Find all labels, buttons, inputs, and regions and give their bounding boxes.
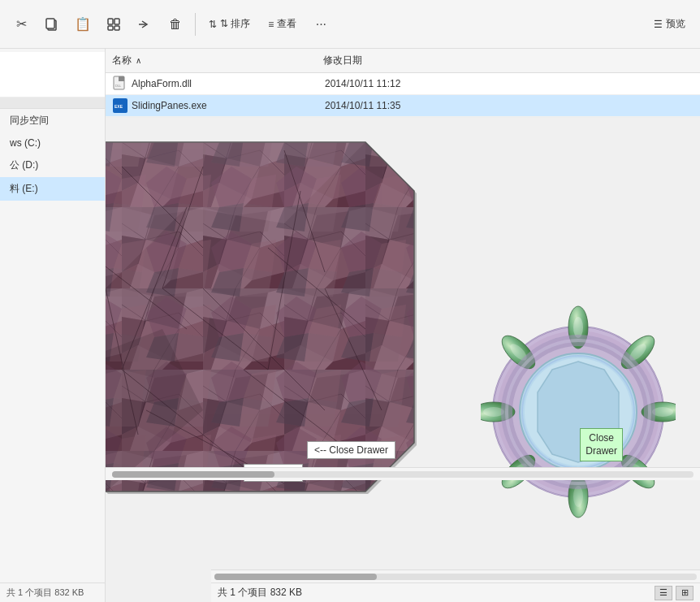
share-button[interactable] <box>132 11 158 37</box>
file-date-slidingpanes: 2014/10/11 11:35 <box>318 100 700 111</box>
sidebar-footer: 共 1 个项目 832 KB <box>0 583 105 602</box>
sidebar-item-d[interactable]: 公 (D:) <box>0 154 105 177</box>
svg-rect-8 <box>119 76 124 81</box>
svg-rect-2 <box>108 19 113 24</box>
status-count: 共 1 个项目 832 KB <box>218 586 302 600</box>
delete-button[interactable]: 🗑 <box>162 11 188 37</box>
view-btn-1[interactable]: ☰ <box>655 586 672 600</box>
main-area: 同步空间 ws (C:) 公 (D:) 料 (E:) 共 1 个项目 832 K… <box>0 49 700 602</box>
close-drawer-right-line2: Drawer <box>585 445 617 457</box>
sort-label: ⇅ 排序 <box>220 17 250 31</box>
svg-rect-3 <box>115 19 119 24</box>
sidebar-item-c[interactable]: ws (C:) <box>0 132 105 154</box>
status-bar: 共 1 个项目 832 KB ☰ ⊞ <box>211 583 700 602</box>
col-date-header: 修改日期 <box>317 52 700 69</box>
file-name-slidingpanes: SlidingPanes.exe <box>132 100 318 111</box>
close-drawer-right-button[interactable]: Close Drawer <box>580 428 623 461</box>
sidebar-nav: 同步空间 ws (C:) 公 (D:) 料 (E:) <box>0 49 105 583</box>
col-name-header: 名称 ∧ <box>106 52 317 69</box>
status-bar-right: ☰ ⊞ <box>655 586 694 600</box>
sidebar-item-sync[interactable]: 同步空间 <box>0 109 105 132</box>
preview-icon: ☰ <box>654 19 663 30</box>
toolbar: ✂ 📋 🗑 ⇅ ⇅ 排序 ≡ 查看 ··· ☰ 预览 <box>0 0 700 49</box>
bottom-scrollbar[interactable] <box>211 570 700 583</box>
canvas-area: Close <-- Close Drawer <box>106 118 700 602</box>
paste-button[interactable]: 📋 <box>70 11 96 37</box>
file-icon-exe: EXE <box>112 97 128 114</box>
sidebar: 同步空间 ws (C:) 公 (D:) 料 (E:) 共 1 个项目 832 K… <box>0 49 106 602</box>
svg-rect-1 <box>46 19 54 28</box>
copy-button[interactable] <box>39 11 65 37</box>
close-drawer-left-button[interactable]: <-- Close Drawer <box>307 441 395 459</box>
view-label: 查看 <box>277 17 296 31</box>
svg-rect-5 <box>115 26 119 30</box>
svg-text:EXE: EXE <box>115 104 123 109</box>
sort-icon: ⇅ <box>209 19 217 30</box>
horizontal-scrollbar[interactable] <box>106 467 700 480</box>
file-name-alphaform: AlphaForm.dll <box>132 78 318 89</box>
status-text: 共 1 个项目 832 KB <box>6 587 84 597</box>
file-list-header: 名称 ∧ 修改日期 <box>106 49 700 73</box>
move-button[interactable] <box>101 11 127 37</box>
view-button[interactable]: ≡ 查看 <box>261 14 303 34</box>
sort-arrow-icon: ∧ <box>136 56 141 65</box>
preview-button[interactable]: ☰ 预览 <box>647 14 692 34</box>
toolbar-separator <box>195 13 196 36</box>
sidebar-item-e[interactable]: 料 (E:) <box>0 177 105 201</box>
file-list: DLL AlphaForm.dll 2014/10/11 11:12 EXE S… <box>106 73 700 118</box>
close-drawer-right-line1: Close <box>589 432 614 444</box>
svg-rect-4 <box>108 26 113 30</box>
file-row-alphaform[interactable]: DLL AlphaForm.dll 2014/10/11 11:12 <box>106 73 700 95</box>
svg-text:DLL: DLL <box>115 84 122 88</box>
view-btn-2[interactable]: ⊞ <box>676 586 694 600</box>
cut-button[interactable]: ✂ <box>8 11 34 37</box>
sort-button[interactable]: ⇅ ⇅ 排序 <box>202 14 257 34</box>
more-button[interactable]: ··· <box>308 11 334 37</box>
view-icon: ≡ <box>268 19 274 30</box>
spiky-circle <box>481 305 676 520</box>
file-icon-dll: DLL <box>112 76 128 92</box>
file-date-alphaform: 2014/10/11 11:12 <box>318 78 700 89</box>
file-row-slidingpanes[interactable]: EXE SlidingPanes.exe 2014/10/11 11:35 <box>106 95 700 117</box>
content-area: 名称 ∧ 修改日期 DLL AlphaForm.dll 2014/10/11 1… <box>106 49 700 602</box>
toolbar-right: ☰ 预览 <box>647 14 692 34</box>
preview-label: 预览 <box>666 17 685 31</box>
